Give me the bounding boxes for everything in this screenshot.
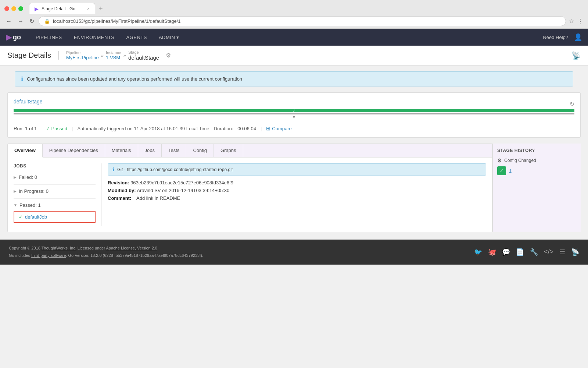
browser-title-bar: ▶ Stage Detail - Go × + — [0, 0, 588, 14]
history-run-badge: ✓ — [497, 166, 506, 175]
chat-icon[interactable]: 💬 — [502, 248, 510, 256]
footer-text: Copyright © 2018 ThoughtWorks, Inc. Lice… — [9, 245, 203, 259]
progress-track: ✓ — [14, 109, 574, 112]
minimize-dot[interactable] — [11, 6, 16, 11]
revision-row: Revision: 963eb239c7b91eac2e15c727e06e90… — [108, 180, 486, 185]
footer-line-2: Go includes third-party software. Go Ver… — [9, 252, 203, 259]
alert-banner: ℹ Configuration has since been updated a… — [15, 71, 573, 86]
tabs-content: JOBS ▶ Failed: 0 ▶ In Progress: 0 — [8, 158, 492, 232]
tabs-main: Overview Pipeline Dependencies Materials… — [8, 144, 492, 232]
forward-button[interactable]: → — [16, 17, 25, 25]
progress-check-icon: ✓ — [293, 109, 295, 113]
tab-overview[interactable]: Overview — [8, 144, 43, 158]
config-changed-icon: ⚙ — [497, 158, 502, 163]
logo-icon: ▶ — [6, 33, 11, 42]
in-progress-arrow-icon: ▶ — [14, 189, 17, 193]
refresh-icon[interactable]: ↻ — [570, 100, 574, 107]
nav-item-pipelines[interactable]: PIPELINES — [30, 29, 68, 46]
back-button[interactable]: ← — [4, 17, 13, 25]
nav-item-agents[interactable]: AGENTS — [120, 29, 153, 46]
browser-menu-button[interactable]: ⋮ — [577, 17, 584, 25]
gocd-logo[interactable]: ▶ go — [6, 33, 21, 42]
footer-line-1: Copyright © 2018 ThoughtWorks, Inc. Lice… — [9, 245, 203, 252]
tab-icon: ▶ — [35, 6, 39, 12]
maximize-dot[interactable] — [18, 6, 23, 11]
tab-close-button[interactable]: × — [87, 6, 90, 11]
reload-button[interactable]: ↻ — [28, 17, 36, 25]
stage-settings-icon[interactable]: ⚙ — [166, 52, 171, 59]
docs-icon[interactable]: 📄 — [516, 248, 524, 256]
nav-items: PIPELINES ENVIRONMENTS AGENTS ADMIN ▾ — [30, 29, 185, 46]
stage-history-title: STAGE HISTORY — [497, 148, 576, 153]
tabs-section: Overview Pipeline Dependencies Materials… — [7, 144, 492, 232]
github-icon[interactable]: 🐙 — [488, 248, 496, 256]
jobs-divider-1 — [14, 184, 96, 185]
git-info-icon: ℹ — [112, 167, 114, 172]
nav-item-admin[interactable]: ADMIN ▾ — [153, 29, 185, 46]
tools-icon[interactable]: 🔧 — [530, 248, 538, 256]
comment-row: Comment: Add link in README — [108, 195, 486, 201]
page-header: Stage Details Pipeline MyFirstPipeline »… — [0, 46, 588, 66]
tab-graphs[interactable]: Graphs — [214, 144, 243, 157]
info-icon: ℹ — [21, 75, 23, 82]
stage-run-text: Run: 1 of 1 — [14, 126, 37, 131]
job-link[interactable]: defaultJob — [25, 214, 47, 220]
bookmark-icon[interactable]: ☆ — [569, 18, 574, 25]
passed-check-icon: ✓ — [46, 126, 50, 131]
stage-label: Stage — [128, 50, 159, 54]
tab-pipeline-dependencies[interactable]: Pipeline Dependencies — [43, 144, 105, 157]
lock-icon: 🔒 — [44, 18, 50, 24]
page-title: Stage Details — [7, 51, 59, 60]
breadcrumb-pipeline: Pipeline MyFirstPipeline — [66, 50, 99, 60]
pipeline-label: Pipeline — [66, 50, 99, 55]
breadcrumb-instance: Instance 1 VSM — [106, 50, 121, 60]
job-check-icon: ✓ — [19, 214, 23, 220]
need-help-link[interactable]: Need Help? — [543, 35, 568, 40]
stage-value: defaultStage — [128, 54, 159, 61]
jobs-divider-2 — [14, 198, 96, 199]
url-bar[interactable]: 🔒 localhost:8153/go/pipelines/MyFirstPip… — [39, 16, 566, 26]
config-changed-row: ⚙ Config Changed — [497, 158, 576, 163]
tab-materials[interactable]: Materials — [105, 144, 138, 157]
history-run-number[interactable]: 1 — [509, 168, 512, 174]
pipeline-value[interactable]: MyFirstPipeline — [66, 55, 99, 60]
stage-card-title[interactable]: defaultStage — [14, 99, 43, 105]
duration-value: 00:06:04 — [237, 126, 256, 131]
passed-jobs-section: ▼ Passed: 1 ✓ defaultJob — [14, 201, 96, 223]
active-tab[interactable]: ▶ Stage Detail - Go × — [29, 3, 95, 14]
tab-config[interactable]: Config — [186, 144, 214, 157]
compare-button[interactable]: ⊞ Compare — [266, 125, 291, 131]
instance-value[interactable]: 1 VSM — [106, 55, 120, 60]
new-tab-button[interactable]: + — [95, 3, 107, 14]
passed-jobs-list: ✓ defaultJob — [14, 211, 96, 223]
failed-jobs-section: ▶ Failed: 0 — [14, 173, 96, 181]
breadcrumb: Pipeline MyFirstPipeline » Instance 1 VS… — [66, 50, 171, 61]
list-item[interactable]: ✓ defaultJob — [17, 213, 93, 221]
tab-tests[interactable]: Tests — [162, 144, 186, 157]
failed-arrow-icon: ▶ — [14, 175, 17, 179]
failed-jobs-header[interactable]: ▶ Failed: 0 — [14, 173, 96, 181]
stage-status: ✓ Passed — [46, 126, 67, 131]
code-icon[interactable]: </> — [544, 248, 553, 256]
nav-item-environments[interactable]: ENVIRONMENTS — [68, 29, 121, 46]
progress-indicator: ▼ — [14, 114, 574, 120]
user-avatar-icon[interactable]: 👤 — [574, 33, 582, 41]
rss-footer-icon[interactable]: 📡 — [571, 248, 579, 256]
list-icon[interactable]: ☰ — [559, 248, 565, 256]
footer-social-icons: 🐦 🐙 💬 📄 🔧 </> ☰ 📡 — [474, 248, 579, 256]
passed-arrow-icon: ▼ — [14, 203, 17, 207]
close-dot[interactable] — [4, 6, 9, 11]
duration-label: Duration: — [214, 126, 233, 131]
twitter-icon[interactable]: 🐦 — [474, 248, 482, 256]
passed-jobs-header[interactable]: ▼ Passed: 1 — [14, 201, 96, 209]
jobs-panel: JOBS ▶ Failed: 0 ▶ In Progress: 0 — [14, 163, 102, 226]
rss-icon[interactable]: 📡 — [571, 51, 581, 60]
divider-2: | — [72, 126, 73, 131]
breadcrumb-stage: Stage defaultStage — [128, 50, 159, 61]
stage-history-sidebar: STAGE HISTORY ⚙ Config Changed ✓ 1 — [492, 144, 581, 232]
git-info-bar: ℹ Git - https://github.com/gocd-contrib/… — [108, 163, 486, 176]
in-progress-jobs-header[interactable]: ▶ In Progress: 0 — [14, 187, 96, 195]
tab-jobs[interactable]: Jobs — [138, 144, 162, 157]
alert-text: Configuration has since been updated and… — [27, 76, 242, 82]
tabs-area: Overview Pipeline Dependencies Materials… — [7, 144, 581, 232]
